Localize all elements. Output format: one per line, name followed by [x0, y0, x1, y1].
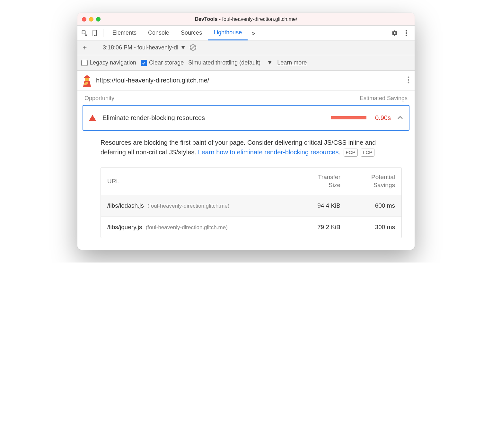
devtools-window: DevTools - foul-heavenly-direction.glitc…: [77, 13, 415, 250]
lighthouse-icon: [83, 75, 92, 86]
lighthouse-options: Legacy navigation Clear storage Simulate…: [77, 55, 415, 71]
report-select-label: 3:18:06 PM - foul-heavenly-di: [103, 44, 178, 51]
inspect-element-icon[interactable]: [79, 28, 90, 38]
tab-lighthouse[interactable]: Lighthouse: [208, 26, 248, 40]
opportunity-header-left: Opportunity: [84, 95, 114, 102]
learn-more-link[interactable]: Learn more: [277, 59, 307, 66]
cell-savings: 600 ms: [340, 202, 395, 209]
throttling-label: Simulated throttling (default): [188, 59, 260, 66]
svg-rect-1: [93, 30, 97, 36]
svg-point-14: [408, 82, 409, 83]
opportunity-description: Resources are blocking the first paint o…: [77, 131, 415, 163]
tab-elements[interactable]: Elements: [107, 26, 142, 40]
maximize-window-button[interactable]: [96, 17, 101, 22]
warning-triangle-icon: [89, 115, 96, 121]
clear-storage-label: Clear storage: [149, 59, 184, 66]
svg-point-12: [408, 76, 409, 78]
close-window-button[interactable]: [82, 17, 86, 22]
svg-point-13: [408, 79, 409, 81]
new-report-button[interactable]: +: [80, 43, 90, 53]
cell-url-path: /libs/lodash.js: [107, 202, 144, 209]
svg-line-7: [191, 46, 195, 49]
th-savings: PotentialSavings: [340, 173, 395, 189]
metric-tag-lcp: LCP: [361, 149, 374, 157]
more-tabs-icon[interactable]: »: [248, 29, 259, 37]
separator: [96, 44, 96, 52]
chevron-up-icon[interactable]: [397, 115, 403, 121]
learn-eliminate-link[interactable]: Learn how to eliminate render-blocking r…: [198, 149, 338, 156]
more-options-icon[interactable]: [401, 28, 411, 38]
cell-url-host: (foul-heavenly-direction.glitch.me): [147, 203, 229, 209]
savings-bar: [331, 116, 366, 119]
report-menu-icon[interactable]: [408, 76, 409, 85]
devtools-tabs: Elements Console Sources Lighthouse »: [77, 26, 415, 40]
opportunity-title: Eliminate render-blocking resources: [102, 114, 325, 122]
window-title: DevTools - foul-heavenly-direction.glitc…: [77, 16, 415, 22]
report-url-row: https://foul-heavenly-direction.glitch.m…: [77, 71, 415, 90]
minimize-window-button[interactable]: [89, 17, 93, 22]
opportunity-item[interactable]: Eliminate render-blocking resources 0.90…: [83, 105, 409, 131]
report-url: https://foul-heavenly-direction.glitch.m…: [96, 77, 403, 84]
cell-url: /libs/lodash.js (foul-heavenly-direction…: [107, 202, 292, 209]
savings-value: 0.90s: [373, 114, 391, 122]
dropdown-caret-icon: ▼: [267, 59, 273, 66]
table-header: URL TransferSize PotentialSavings: [101, 168, 401, 195]
svg-rect-9: [85, 78, 89, 81]
lighthouse-toolbar: + 3:18:06 PM - foul-heavenly-di ▼: [77, 40, 415, 55]
throttling-select[interactable]: Simulated throttling (default) ▼: [188, 59, 273, 66]
settings-icon[interactable]: [390, 28, 400, 38]
tab-console[interactable]: Console: [142, 26, 175, 40]
clear-storage-checkbox[interactable]: [141, 60, 147, 66]
cell-transfer: 94.4 KiB: [292, 202, 340, 209]
table-row: /libs/jquery.js (foul-heavenly-direction…: [101, 216, 401, 238]
traffic-lights: [82, 17, 101, 22]
table-row: /libs/lodash.js (foul-heavenly-direction…: [101, 195, 401, 216]
device-toolbar-icon[interactable]: [90, 28, 100, 38]
th-url: URL: [107, 178, 292, 185]
legacy-navigation-label: Legacy navigation: [90, 59, 136, 66]
cell-savings: 300 ms: [340, 224, 395, 231]
svg-point-4: [406, 32, 407, 33]
cell-url: /libs/jquery.js (foul-heavenly-direction…: [107, 224, 292, 231]
cell-url-path: /libs/jquery.js: [107, 224, 142, 230]
metric-tag-fcp: FCP: [344, 149, 358, 157]
titlebar: DevTools - foul-heavenly-direction.glitc…: [77, 13, 415, 26]
separator: [103, 29, 103, 37]
opportunity-desc-tail: .: [338, 149, 342, 156]
dropdown-caret-icon: ▼: [180, 44, 186, 51]
legacy-navigation-option[interactable]: Legacy navigation: [81, 59, 136, 66]
cell-transfer: 79.2 KiB: [292, 224, 340, 231]
svg-point-5: [406, 34, 407, 36]
opportunity-header-right: Estimated Savings: [360, 95, 408, 102]
cell-url-host: (foul-heavenly-direction.glitch.me): [146, 224, 228, 230]
clear-icon[interactable]: [189, 44, 198, 52]
th-transfer: TransferSize: [292, 173, 340, 189]
legacy-navigation-checkbox[interactable]: [81, 60, 88, 66]
opportunity-header: Opportunity Estimated Savings: [77, 90, 415, 105]
svg-marker-8: [84, 75, 90, 78]
svg-point-3: [406, 30, 407, 31]
opportunity-table: URL TransferSize PotentialSavings /libs/…: [101, 167, 402, 238]
report-select[interactable]: 3:18:06 PM - foul-heavenly-di ▼: [103, 44, 186, 51]
clear-storage-option[interactable]: Clear storage: [141, 59, 184, 66]
tab-sources[interactable]: Sources: [175, 26, 208, 40]
